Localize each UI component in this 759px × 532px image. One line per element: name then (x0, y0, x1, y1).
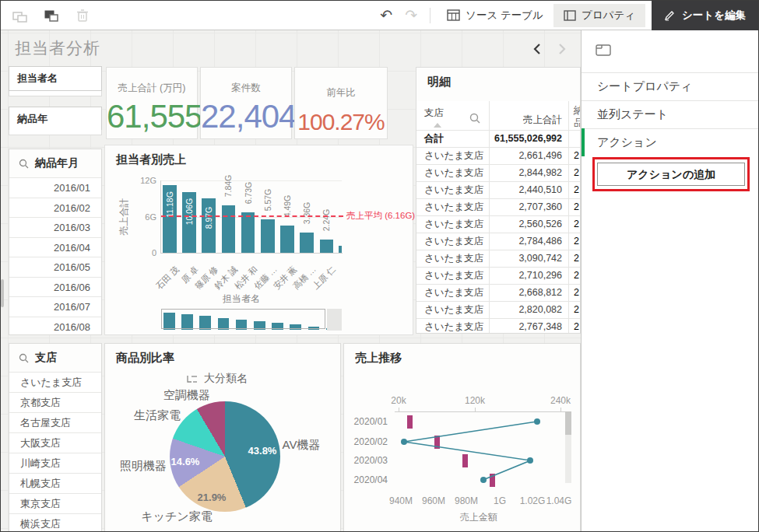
line-chart-bar-marker[interactable] (434, 436, 440, 449)
list-item-month[interactable]: 2016/07 (9, 296, 101, 317)
list-item-branch[interactable]: 東京支店 (9, 493, 101, 513)
table-row[interactable]: さいたま支店2,661,4962 (416, 147, 581, 164)
column-header-branch[interactable]: 支店 (416, 101, 490, 130)
cell-branch: さいたま支店 (416, 319, 490, 334)
sheet-icon[interactable] (596, 43, 611, 59)
chart-scrollbar-thumb[interactable] (565, 411, 571, 435)
line-data-point[interactable] (527, 457, 533, 464)
cell-month: 2 (569, 165, 581, 181)
toolbar: ↶ ↷ ソース テーブル プロパティ シートを編集 (1, 1, 758, 30)
bar-segment-clipped[interactable] (339, 246, 342, 253)
filter-year[interactable]: 納品年 (9, 107, 102, 131)
branch-filter-title: 支店 (35, 351, 57, 365)
line-chart-category-label: 2020/03 (350, 455, 388, 466)
properties-button[interactable]: プロパティ (553, 4, 645, 27)
bar-segment[interactable] (300, 233, 314, 253)
top-axis-tick-label: 120k (461, 395, 489, 406)
table-row[interactable]: さいたま支店3,090,7422 (416, 250, 581, 267)
bar-chart-title: 担当者別売上 (116, 152, 186, 167)
line-data-point[interactable] (534, 418, 540, 425)
line-chart-bar-marker[interactable] (462, 454, 468, 467)
list-item-branch[interactable]: 名古屋支店 (9, 412, 101, 432)
table-row[interactable]: さいたま支店2,668,8122 (416, 284, 581, 301)
kpi-yoy[interactable]: 前年比 100.27% (294, 67, 388, 139)
filter-year-dropdown-edge (9, 130, 102, 135)
menu-item-parallel-states[interactable]: 並列ステート (582, 100, 759, 128)
table-icon (447, 9, 460, 21)
list-item-branch[interactable]: 横浜支店 (9, 513, 101, 532)
pie-legend[interactable]: 大分類名 (186, 372, 248, 386)
line-data-point[interactable] (401, 439, 407, 445)
bar-segment[interactable] (241, 212, 255, 253)
menu-item-actions[interactable]: アクション (582, 128, 759, 156)
average-line-label: 売上平均 (6.16G) (346, 210, 415, 222)
line-chart-bar-marker[interactable] (407, 415, 413, 429)
edit-sheet-button[interactable]: シートを編集 (652, 1, 758, 30)
list-item-month[interactable]: 2016/01 (9, 177, 101, 198)
bar-chart-range-brush[interactable] (161, 309, 342, 331)
list-item-branch[interactable]: さいたま支店 (9, 372, 101, 392)
undo-icon[interactable]: ↶ (374, 8, 399, 23)
bar-segment[interactable] (222, 205, 236, 253)
cell-month: 2 (569, 182, 581, 198)
column-header-sales[interactable]: 売上合計 (490, 101, 569, 130)
next-sheet-arrow-icon[interactable] (553, 40, 571, 58)
pie-percent-label: 43.8% (248, 445, 277, 457)
list-item-month[interactable]: 2016/06 (9, 277, 101, 297)
duplicate-icon[interactable] (12, 7, 29, 24)
table-row[interactable]: さいたま支店2,844,9822 (416, 164, 581, 181)
total-label: 合計 (416, 131, 490, 147)
table-row[interactable]: さいたま支店2,820,0822 (416, 301, 581, 318)
redo-icon[interactable]: ↷ (399, 8, 423, 23)
panel-resize-handle[interactable] (1, 279, 4, 307)
column-search-icon[interactable] (469, 109, 480, 130)
total-month-cell (569, 131, 581, 147)
bar-chart-y-axis-title: 売上合計 (118, 186, 131, 248)
kpi-deal-count-label: 案件数 (201, 82, 291, 95)
list-item-month[interactable]: 2016/04 (9, 237, 101, 257)
filter-person[interactable]: 担当者名 (9, 66, 102, 91)
menu-item-sheet-properties[interactable]: シートプロパティ (582, 72, 759, 100)
list-item-month[interactable]: 2016/03 (9, 217, 101, 237)
pie-legend-label: 大分類名 (204, 372, 248, 386)
search-icon[interactable] (19, 159, 29, 169)
list-item-branch[interactable]: 京都支店 (9, 392, 101, 412)
table-row[interactable]: さいたま支店2,560,5262 (416, 215, 581, 233)
list-item-month[interactable]: 2016/08 (9, 317, 101, 336)
table-row[interactable]: さいたま支店2,784,4862 (416, 233, 581, 250)
month-filter-list: 2016/012016/022016/032016/042016/052016/… (9, 177, 101, 335)
bottom-axis-tick-label: 1G (484, 495, 515, 506)
cell-branch: さいたま支店 (416, 285, 490, 301)
table-row[interactable]: さいたま支店2,767,3482 (416, 318, 581, 334)
bar-segment[interactable] (320, 240, 334, 253)
trash-icon[interactable] (74, 7, 91, 24)
list-item-month[interactable]: 2016/02 (9, 198, 101, 218)
table-row[interactable]: さいたま支店2,440,5102 (416, 181, 581, 198)
line-chart-title: 売上推移 (355, 351, 402, 366)
cell-month: 2 (569, 302, 581, 318)
kpi-sales-total[interactable]: 売上合計 (万円) 61,555 (106, 67, 198, 139)
copy-icon[interactable] (43, 7, 60, 24)
line-data-point[interactable] (480, 477, 487, 483)
prev-sheet-arrow-icon[interactable] (529, 40, 546, 58)
table-row[interactable]: さいたま支店2,707,3602 (416, 198, 581, 215)
list-item-branch[interactable]: 大阪支店 (9, 432, 101, 453)
kpi-deal-count[interactable]: 案件数 22,404 (200, 67, 292, 139)
brush-selection[interactable] (161, 309, 325, 329)
column-header-month[interactable]: 納品月 (569, 101, 581, 130)
list-item-month[interactable]: 2016/05 (9, 257, 101, 277)
list-item-branch[interactable]: 札幌支店 (9, 473, 101, 493)
kpi-yoy-label: 前年比 (295, 86, 387, 100)
table-row[interactable]: さいたま支店2,710,2962 (416, 267, 581, 284)
line-chart-category-label: 2020/04 (350, 474, 388, 485)
search-icon[interactable] (19, 353, 29, 363)
list-item-branch[interactable]: 川崎支店 (9, 453, 101, 473)
source-table-button[interactable]: ソース テーブル (437, 4, 553, 27)
line-chart-bar-marker[interactable] (490, 474, 495, 487)
branch-filter-list: さいたま支店京都支店名古屋支店大阪支店川崎支店札幌支店東京支店横浜支店 (9, 372, 101, 532)
filter-person-dropdown-edge (9, 91, 102, 96)
bar-segment[interactable] (261, 219, 275, 253)
y-tick-label: 0 (136, 248, 156, 257)
bar-segment[interactable] (280, 226, 294, 253)
add-action-button[interactable]: アクションの追加 (597, 163, 745, 186)
